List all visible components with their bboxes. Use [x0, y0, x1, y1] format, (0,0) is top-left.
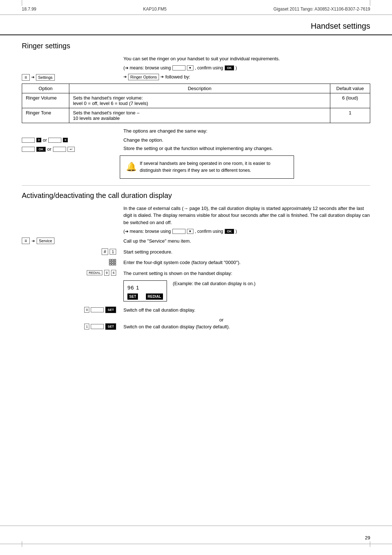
step-service-row: ≡ ➔ Service Call up the "Service" menu i…: [22, 238, 370, 245]
step-hash-row: # 1 Start setting procedure.: [22, 248, 370, 256]
header-date: 18.7.99: [22, 7, 36, 12]
call-duration-heading: Activating/deactivating the call duratio…: [22, 191, 370, 200]
set-key-on: SET: [105, 323, 116, 330]
back-btn: ↩: [68, 147, 75, 152]
step4-text: The current setting is shown on the hand…: [123, 271, 232, 276]
step-grid-row: Enter the four-digit system code (factor…: [22, 259, 370, 266]
step-off-row: 0 SET Switch off the call duration displ…: [22, 307, 370, 314]
hash-one-group: # 1: [102, 248, 116, 255]
step6-text: Switch on the call duration display (fac…: [123, 324, 230, 329]
svg-rect-3: [109, 262, 111, 263]
footer-line-bottom: [0, 544, 392, 544]
step-redial-row: REDIAL 9 6 The current setting is shown …: [22, 270, 370, 303]
nav-back-btn: [53, 147, 66, 152]
menu-icon-2: ≡: [22, 238, 30, 244]
table-row: Ringer Volume Sets the handset's ringer …: [22, 93, 370, 108]
key-6: 6: [111, 270, 116, 276]
nav-arrow-1: ➔: [31, 75, 34, 80]
page-number: 29: [365, 535, 370, 540]
nav-down-icon-2: ▼: [187, 229, 193, 234]
store-row: OK or ↩ Store the setting or quit the fu…: [22, 146, 370, 152]
key-0: 0: [84, 307, 89, 313]
means-text: (➔ means: browse using: [123, 65, 171, 70]
browse-button: [172, 65, 185, 70]
redial-key: REDIAL: [87, 270, 102, 275]
nav-down-icon: ▼: [187, 65, 193, 70]
svg-rect-6: [109, 264, 111, 265]
nav-arrow-2: ➔: [123, 74, 127, 79]
page-title: Handset settings: [311, 21, 370, 31]
display-value: 96 1: [127, 284, 163, 292]
svg-rect-0: [109, 259, 111, 261]
note-text: If several handsets are being operated i…: [140, 160, 288, 174]
options-changed-row: The options are changed the same way:: [22, 127, 370, 135]
means-row-1: (➔ means: browse using ▼ , confirm using…: [22, 65, 370, 70]
header-filename: KAP10.FM5: [143, 7, 167, 12]
table-row: Ringer Tone Sets the handset's ringer to…: [22, 108, 370, 123]
section-divider: [22, 185, 370, 186]
means-text-2: (➔ means: browse using: [123, 229, 171, 234]
btn-before-set2: [91, 324, 104, 329]
ringer-options-label: Ringer Options: [128, 74, 159, 80]
footer-line-top: [0, 526, 392, 526]
option-ringer-volume: Ringer Volume: [22, 93, 69, 108]
step2-text: Start setting procedure.: [123, 249, 172, 255]
col-header-option: Option: [22, 84, 69, 93]
key-9: 9: [104, 270, 109, 276]
col-header-default: Default value: [330, 84, 370, 93]
softkey-redial: REDIAL: [146, 293, 163, 300]
svg-rect-1: [112, 259, 114, 261]
step-arrow-service: ➔: [32, 239, 35, 243]
confirm-text: , confirm using: [195, 65, 223, 70]
option-ringer-tone: Ringer Tone: [22, 108, 69, 123]
display-mockup: 96 1 SET REDIAL: [123, 280, 167, 301]
settings-label: Settings: [36, 74, 55, 81]
desc-ringer-volume: Sets the handset's ringer volume:level 0…: [69, 93, 330, 108]
service-label: Service: [37, 238, 54, 244]
call-duration-intro-row: In the case of external calls (→ page 10…: [22, 205, 370, 226]
nav-row: ≡ ➔ Settings ➔ Ringer Options ➔ followed…: [22, 73, 370, 81]
options-changed-text: The options are changed the same way:: [123, 127, 370, 135]
ringer-settings-heading: Ringer settings: [22, 42, 370, 50]
desc-ringer-tone: Sets the handset's ringer tone –10 level…: [69, 108, 330, 123]
nav-right-btn: [22, 138, 35, 143]
browse-button-2: [172, 229, 185, 234]
step3-text: Enter the four-digit system code (factor…: [123, 260, 241, 265]
note-box: 🔔 If several handsets are being operated…: [120, 155, 294, 179]
col-header-description: Description: [69, 84, 330, 93]
note-icon: 🔔: [126, 160, 135, 173]
one-key: 1: [110, 249, 116, 255]
means-row-2: (➔ means: browse using ▼ , confirm using…: [22, 229, 370, 234]
step1-text: Call up the "Service" menu item.: [123, 238, 191, 244]
softkey-set: SET: [127, 293, 138, 300]
svg-rect-4: [112, 262, 114, 263]
default-ringer-volume: 6 (loud): [330, 93, 370, 108]
nav-arrow-3: ➔: [160, 74, 164, 79]
step-on-row: 1 SET Switch on the call duration displa…: [22, 323, 370, 331]
hash-key: #: [102, 248, 108, 255]
or-text: or: [22, 317, 370, 323]
svg-rect-2: [114, 259, 116, 261]
svg-rect-5: [114, 262, 116, 263]
store-text: Store the setting or quit the function w…: [123, 146, 273, 151]
display-softkeys: SET REDIAL: [127, 293, 163, 300]
followed-by-text: followed by:: [165, 74, 190, 80]
page-header: 18.7.99 KAP10.FM5 Gigaset 2011 Tango: A3…: [0, 0, 392, 15]
ringer-options-table: Option Description Default value Ringer …: [22, 84, 370, 123]
ok-button-means: OK: [225, 65, 234, 70]
confirm-text-2: , confirm using: [195, 229, 223, 234]
greater-btn: >: [36, 138, 41, 142]
less-btn: <: [63, 138, 68, 142]
nav-ok-btn: [22, 147, 35, 152]
grid-icon: [109, 259, 116, 266]
section-ringer-settings: Ringer settings You can set the ringer o…: [22, 42, 370, 179]
menu-icon: ≡: [22, 74, 30, 81]
nav-left-btn: [48, 138, 61, 143]
example-text: (Example: the call duration display is o…: [173, 279, 256, 287]
ringer-intro-text: You can set the ringer on your handset t…: [123, 55, 370, 62]
ringer-intro-row: You can set the ringer on your handset t…: [22, 55, 370, 62]
header-product: Gigaset 2011 Tango: A30852-X1106-B307-2-…: [273, 7, 370, 12]
svg-rect-8: [114, 264, 116, 265]
change-option-row: > or < Change the option.: [22, 137, 370, 143]
page-title-area: Handset settings: [0, 15, 392, 35]
